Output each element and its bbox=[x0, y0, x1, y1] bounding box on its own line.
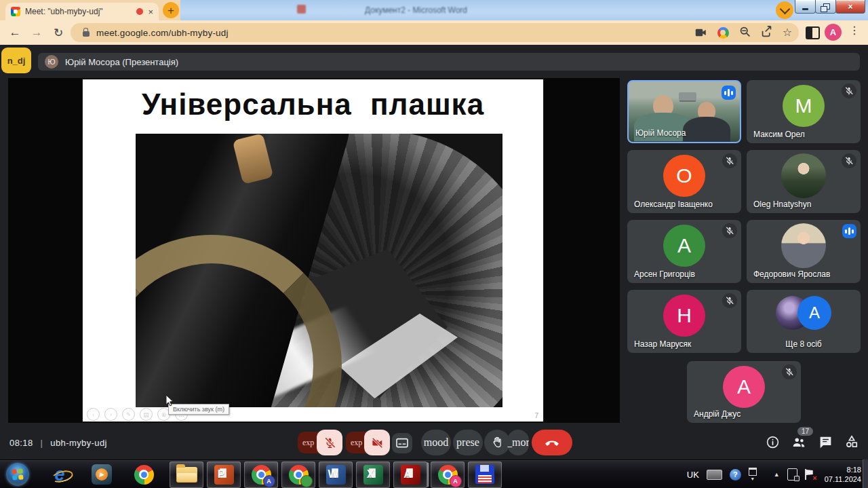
participant-name: Юрій Мосора bbox=[635, 128, 686, 138]
show-hidden-icons-button[interactable]: ▲ bbox=[774, 471, 780, 478]
help-icon[interactable]: ? bbox=[730, 469, 741, 481]
meeting-code: ubh-myby-udj bbox=[50, 438, 107, 448]
participant-name: Максим Орел bbox=[753, 130, 805, 139]
close-button[interactable]: × bbox=[835, 0, 865, 14]
taskbar-excel[interactable]: X bbox=[356, 462, 390, 488]
acrobat-icon: A bbox=[401, 465, 420, 485]
browser-tab-meet[interactable]: Meet: "ubh-myby-udj" × bbox=[5, 3, 159, 20]
captions-button[interactable] bbox=[392, 433, 412, 453]
window-controls: × bbox=[795, 0, 865, 14]
taskbar-file-explorer[interactable] bbox=[170, 462, 203, 488]
activities-button[interactable] bbox=[844, 434, 859, 449]
pen-icon: ✎ bbox=[122, 408, 135, 421]
browser-menu-icon[interactable]: ⋮ bbox=[849, 24, 860, 37]
meet-control-bar: 08:18 | ubh-myby-udj exp exp mood prese … bbox=[0, 428, 868, 459]
participants-button[interactable]: 17 bbox=[791, 434, 806, 449]
more-options-button[interactable]: _mor bbox=[507, 430, 529, 455]
taskbar-save-tool[interactable] bbox=[468, 462, 502, 488]
profile-badge bbox=[300, 475, 313, 487]
powerpoint-icon: P bbox=[214, 465, 234, 485]
tab-close-icon[interactable]: × bbox=[148, 7, 153, 17]
background-window-icon bbox=[297, 5, 306, 14]
show-desktop-button[interactable] bbox=[863, 459, 868, 488]
window-titlebar: Meet: "ubh-myby-udj" × + Документ2 - Mic… bbox=[0, 0, 868, 20]
taskbar-chrome-profile-green[interactable] bbox=[281, 462, 315, 488]
chat-button[interactable] bbox=[818, 434, 833, 449]
windows-taskbar: e▶PAWXAA UK ? ▼ ▲ × 8:18 07.11.2024 bbox=[0, 459, 868, 488]
participant-tile[interactable]: AАндрій Джус bbox=[687, 361, 801, 423]
mic-off-icon bbox=[722, 223, 737, 238]
meeting-details-button[interactable] bbox=[765, 434, 780, 449]
minimize-button[interactable] bbox=[795, 0, 816, 14]
chrome-icon bbox=[289, 465, 309, 485]
media-player-icon: ▶ bbox=[92, 464, 112, 485]
profile-avatar[interactable]: A bbox=[825, 24, 842, 41]
taskbar-start-button[interactable] bbox=[1, 462, 34, 487]
participant-tile[interactable]: AАрсен Григорців bbox=[627, 220, 741, 283]
mic-off-icon bbox=[722, 293, 737, 308]
raise-hand-button[interactable] bbox=[484, 430, 510, 455]
reactions-button[interactable]: mood bbox=[421, 430, 451, 455]
google-g-icon[interactable] bbox=[717, 27, 729, 39]
captions-icon bbox=[395, 438, 409, 449]
hand-icon bbox=[490, 436, 504, 449]
side-panel-icon[interactable] bbox=[806, 26, 820, 39]
tray-date: 07.11.2024 bbox=[825, 475, 861, 483]
taskbar-powerpoint[interactable]: P bbox=[207, 462, 241, 488]
taskbar-internet-explorer[interactable]: e bbox=[43, 462, 76, 487]
address-bar[interactable]: meet.google.com/ubh-myby-udj ☆ bbox=[71, 23, 799, 42]
reload-button[interactable]: ↻ bbox=[50, 24, 66, 41]
keyboard-icon[interactable] bbox=[707, 470, 722, 480]
present-button[interactable]: prese bbox=[453, 430, 483, 455]
unmute-tooltip: Включить звук (m) bbox=[168, 404, 229, 415]
profile-photo bbox=[781, 153, 826, 198]
remove-hardware-icon[interactable] bbox=[787, 468, 797, 481]
participant-tile[interactable]: OОлександр Іващенко bbox=[627, 150, 741, 213]
taskbar-chrome-profile-pink[interactable]: A bbox=[431, 462, 465, 488]
participant-count-badge: 17 bbox=[797, 427, 813, 436]
tray-time: 8:18 bbox=[847, 466, 861, 474]
profile-photo bbox=[781, 223, 826, 268]
share-icon[interactable] bbox=[761, 26, 772, 40]
mic-off-icon bbox=[722, 153, 737, 168]
save-disk-icon bbox=[475, 465, 494, 484]
tab-search-button[interactable] bbox=[776, 1, 793, 19]
back-button[interactable]: ← bbox=[7, 24, 23, 41]
taskbar-media-player[interactable]: ▶ bbox=[85, 462, 118, 487]
participant-tile[interactable]: Oleg Hnatyshyn bbox=[747, 150, 861, 213]
participant-tile[interactable]: HНазар Марусяк bbox=[627, 290, 741, 353]
taskbar-word[interactable]: W bbox=[319, 462, 353, 488]
participant-tile[interactable]: Юрій Мосора bbox=[627, 80, 741, 143]
camera-in-use-icon[interactable] bbox=[695, 28, 707, 37]
restore-windows-icon[interactable]: ▼ bbox=[749, 468, 757, 481]
mic-muted-button[interactable] bbox=[317, 430, 342, 455]
meet-favicon-icon bbox=[11, 7, 20, 16]
forward-button[interactable]: → bbox=[28, 24, 45, 41]
mouse-cursor-icon bbox=[165, 394, 174, 409]
new-tab-button[interactable]: + bbox=[163, 2, 179, 18]
browser-toolbar: ← → ↻ meet.google.com/ubh-myby-udj ☆ A ⋮ bbox=[0, 20, 868, 45]
language-indicator[interactable]: UK bbox=[687, 470, 699, 480]
taskbar-chrome-profile-blue[interactable]: A bbox=[244, 462, 278, 488]
participant-tile[interactable]: MМаксим Орел bbox=[747, 80, 861, 143]
tray-clock[interactable]: 8:18 07.11.2024 bbox=[825, 465, 861, 485]
slide-page-number: 7 bbox=[534, 412, 538, 419]
excel-icon: X bbox=[363, 465, 383, 485]
taskbar-chrome[interactable] bbox=[127, 462, 160, 487]
lock-icon bbox=[83, 31, 90, 37]
tab-strip: Meet: "ubh-myby-udj" × + bbox=[0, 0, 180, 20]
camera-off-button[interactable] bbox=[364, 430, 390, 455]
audio-speaking-icon bbox=[722, 86, 736, 100]
participant-tile[interactable]: Федорович Ярослав bbox=[747, 220, 861, 283]
profile-badge: A bbox=[263, 475, 275, 487]
restore-button[interactable] bbox=[815, 0, 836, 14]
zoom-out-icon[interactable] bbox=[739, 26, 751, 40]
word-icon: W bbox=[326, 465, 346, 485]
bookmark-star-icon[interactable]: ☆ bbox=[783, 26, 792, 39]
taskbar-acrobat[interactable]: A bbox=[393, 462, 427, 488]
meeting-info: 08:18 | ubh-myby-udj bbox=[9, 438, 107, 448]
action-center-flag-icon[interactable]: × bbox=[805, 469, 814, 480]
leave-call-button[interactable] bbox=[532, 430, 572, 455]
initial-avatar: H bbox=[663, 295, 705, 337]
participant-tile[interactable]: AЩе 8 осіб bbox=[747, 290, 861, 353]
